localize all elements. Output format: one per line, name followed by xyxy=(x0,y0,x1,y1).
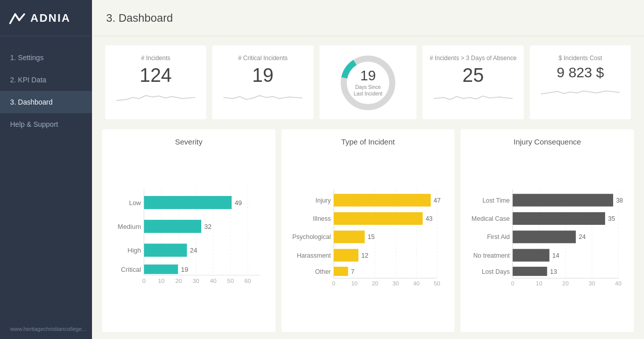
svg-text:Other: Other xyxy=(315,268,331,275)
svg-line-1 xyxy=(10,14,15,23)
kpi-absence-value: 25 xyxy=(463,65,484,86)
svg-text:14: 14 xyxy=(553,252,560,259)
svg-rect-70 xyxy=(513,212,606,225)
sidebar-nav: 1. Settings 2. KPI Data 3. Dashboard Hel… xyxy=(0,36,92,319)
charts-row: Severity 49 Low xyxy=(92,124,644,339)
logo-text: ADNIA xyxy=(30,12,71,25)
svg-rect-14 xyxy=(144,196,232,209)
svg-text:15: 15 xyxy=(367,233,375,240)
svg-line-2 xyxy=(15,14,19,20)
kpi-incidents: # Incidents 124 xyxy=(105,45,206,119)
svg-rect-73 xyxy=(513,230,576,243)
svg-text:40: 40 xyxy=(615,280,622,286)
svg-text:20: 20 xyxy=(175,277,182,284)
sidebar: ADNIA 1. Settings 2. KPI Data 3. Dashboa… xyxy=(0,0,92,339)
kpi-absence: # Incidents > 3 Days of Absence 25 xyxy=(423,45,524,119)
svg-text:19: 19 xyxy=(181,266,188,273)
donut-number: 19 xyxy=(354,69,383,83)
kpi-cost-label: $ Incidents Cost xyxy=(559,55,602,62)
sparkline-incidents xyxy=(116,90,195,105)
kpi-critical: # Critical Incidents 19 xyxy=(212,45,313,119)
svg-text:30: 30 xyxy=(392,280,399,286)
main-content: 3. Dashboard # Incidents 124 # Critical … xyxy=(92,0,644,339)
svg-text:60: 60 xyxy=(245,277,252,284)
sidebar-item-dashboard[interactable]: 3. Dashboard xyxy=(0,91,92,113)
kpi-critical-label: # Critical Incidents xyxy=(238,55,288,62)
svg-rect-17 xyxy=(144,220,201,233)
svg-text:Harassment: Harassment xyxy=(297,252,331,259)
svg-rect-79 xyxy=(513,267,547,276)
kpi-cost-value: 9 823 $ xyxy=(557,65,604,81)
sidebar-item-help[interactable]: Help & Support xyxy=(0,113,92,135)
svg-text:24: 24 xyxy=(190,247,197,254)
svg-text:Medical Case: Medical Case xyxy=(472,215,510,222)
svg-text:No treatment: No treatment xyxy=(474,252,511,259)
donut-subtitle: Days SinceLast Incident xyxy=(354,84,383,97)
svg-text:High: High xyxy=(127,247,141,254)
donut-chart-wrapper: 19 Days SinceLast Incident xyxy=(338,53,398,113)
svg-text:Critical: Critical xyxy=(121,266,141,273)
type-of-incident-area: 47 Injury 43 Illness 15 Psychological 12… xyxy=(291,152,446,327)
injury-consequence-chart: Injury Consequence 38 Lost Time xyxy=(461,129,634,332)
svg-rect-43 xyxy=(334,212,423,225)
svg-text:13: 13 xyxy=(550,268,557,275)
svg-text:Lost Time: Lost Time xyxy=(483,197,510,204)
svg-rect-20 xyxy=(144,244,187,257)
sidebar-footer: www.heritagechristiancollege... xyxy=(0,319,92,339)
svg-text:10: 10 xyxy=(536,280,542,286)
svg-text:10: 10 xyxy=(351,280,357,286)
kpi-absence-label: # Incidents > 3 Days of Absence xyxy=(430,55,517,62)
svg-text:Lost Days: Lost Days xyxy=(482,268,510,275)
svg-text:Medium: Medium xyxy=(118,223,141,230)
svg-text:Psychological: Psychological xyxy=(292,233,331,240)
page-title: 3. Dashboard xyxy=(106,12,173,25)
consequence-svg: 38 Lost Time 35 Medical Case 24 First Ai… xyxy=(470,152,625,327)
svg-text:30: 30 xyxy=(589,280,595,286)
svg-text:20: 20 xyxy=(372,280,378,286)
kpi-incidents-value: 124 xyxy=(140,65,171,86)
svg-text:50: 50 xyxy=(434,280,440,286)
svg-text:49: 49 xyxy=(235,199,242,207)
severity-chart: Severity 49 Low xyxy=(102,129,275,332)
svg-rect-46 xyxy=(334,230,364,243)
kpi-donut: 19 Days SinceLast Incident xyxy=(319,45,417,119)
svg-text:0: 0 xyxy=(332,280,335,286)
svg-text:35: 35 xyxy=(608,215,615,222)
sidebar-item-kpi[interactable]: 2. KPI Data xyxy=(0,69,92,91)
svg-text:30: 30 xyxy=(193,277,200,284)
kpi-row: # Incidents 124 # Critical Incidents 19 xyxy=(92,36,644,124)
kpi-critical-value: 19 xyxy=(252,65,273,86)
sparkline-cost xyxy=(541,85,620,99)
svg-text:Low: Low xyxy=(129,199,141,207)
svg-rect-49 xyxy=(334,249,358,262)
svg-text:0: 0 xyxy=(143,277,146,284)
svg-text:First Aid: First Aid xyxy=(487,233,510,240)
severity-chart-area: 49 Low 32 Medium 24 High 19 Critical 0 xyxy=(111,152,266,327)
type-of-incident-chart: Type of Incident 47 Injury xyxy=(282,129,455,332)
severity-svg: 49 Low 32 Medium 24 High 19 Critical 0 xyxy=(111,152,266,327)
svg-text:50: 50 xyxy=(227,277,234,284)
svg-rect-67 xyxy=(513,194,614,207)
svg-text:38: 38 xyxy=(616,197,623,204)
type-of-incident-title: Type of Incident xyxy=(291,137,446,146)
kpi-incidents-label: # Incidents xyxy=(141,55,170,62)
logo-area: ADNIA xyxy=(0,0,92,36)
svg-text:10: 10 xyxy=(158,277,165,284)
svg-text:20: 20 xyxy=(563,280,569,286)
svg-text:24: 24 xyxy=(579,233,586,240)
svg-line-3 xyxy=(19,14,24,20)
sidebar-item-settings[interactable]: 1. Settings xyxy=(0,46,92,69)
severity-chart-title: Severity xyxy=(111,137,266,146)
injury-consequence-area: 38 Lost Time 35 Medical Case 24 First Ai… xyxy=(470,152,625,327)
svg-text:47: 47 xyxy=(433,197,440,204)
sparkline-critical xyxy=(223,90,302,105)
svg-text:12: 12 xyxy=(361,252,368,259)
injury-consequence-title: Injury Consequence xyxy=(470,137,625,146)
svg-text:43: 43 xyxy=(426,215,433,222)
svg-rect-76 xyxy=(513,249,550,262)
svg-rect-40 xyxy=(334,194,431,207)
svg-text:Injury: Injury xyxy=(315,197,331,204)
svg-rect-23 xyxy=(144,265,178,274)
svg-text:40: 40 xyxy=(210,277,217,284)
svg-text:40: 40 xyxy=(413,280,420,286)
